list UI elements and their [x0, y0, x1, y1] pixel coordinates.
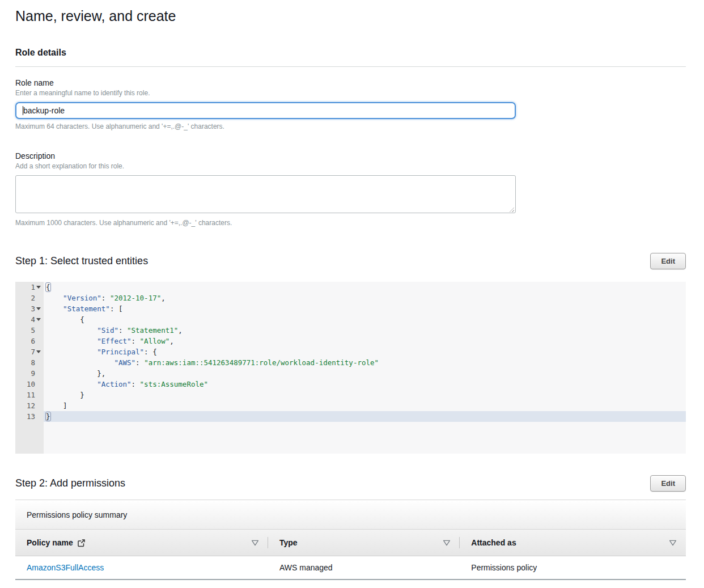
fold-toggle[interactable] — [35, 318, 42, 321]
step2-heading: Step 2: Add permissions — [15, 477, 125, 489]
json-punctuation: } — [46, 391, 84, 399]
step1-heading: Step 1: Select trusted entities — [15, 255, 148, 267]
table-cell: AWS managed — [268, 563, 460, 572]
editor-line[interactable]: 12 ] — [15, 400, 686, 411]
column-header-attached-as[interactable]: Attached as — [460, 530, 686, 556]
editor-line[interactable]: 6 "Effect": "Allow", — [15, 336, 686, 346]
editor-code-line: ] — [44, 400, 686, 411]
column-header-label-group: Attached as — [471, 538, 516, 547]
editor-code-line: { — [44, 314, 686, 325]
filter-dropdown-icon[interactable] — [669, 540, 677, 546]
table-row: AmazonS3FullAccessAWS managedPermissions… — [15, 556, 686, 580]
json-punctuation: }, — [46, 369, 105, 378]
column-header-label: Attached as — [471, 538, 516, 547]
fold-toggle[interactable] — [35, 307, 42, 310]
fold-toggle[interactable] — [35, 350, 42, 353]
line-number: 7 — [31, 346, 35, 357]
editor-code-line: }, — [44, 368, 686, 379]
json-punctuation: : — [101, 294, 110, 302]
editor-code-line: "Version": "2012-10-17", — [44, 293, 686, 303]
editor-gutter-cell: 13 — [15, 411, 44, 422]
editor-code-line: "Statement": [ — [44, 303, 686, 314]
json-punctuation: : { — [144, 348, 157, 356]
editor-line[interactable]: 9 }, — [15, 368, 686, 379]
json-punctuation: ] — [46, 401, 67, 410]
policy-table-body: AmazonS3FullAccessAWS managedPermissions… — [15, 556, 686, 580]
editor-filler — [15, 422, 686, 454]
editor-gutter-cell: 10 — [15, 379, 44, 390]
json-key: "AWS" — [114, 358, 135, 367]
editor-line[interactable]: 7 "Principal": { — [15, 346, 686, 357]
editor-code-line: "Principal": { — [44, 346, 686, 357]
description-textarea[interactable] — [15, 175, 516, 213]
description-constraint: Maximum 1000 characters. Use alphanumeri… — [15, 219, 686, 227]
table-cell: Permissions policy — [460, 563, 686, 572]
editor-line[interactable]: 1{ — [15, 282, 686, 293]
filter-dropdown-icon[interactable] — [251, 540, 259, 546]
policy-name-link[interactable]: AmazonS3FullAccess — [27, 563, 104, 572]
editor-line[interactable]: 4 { — [15, 314, 686, 325]
editor-gutter-filler — [15, 422, 44, 454]
step1-edit-button[interactable]: Edit — [650, 253, 686, 269]
column-header-type[interactable]: Type — [268, 530, 460, 556]
json-punctuation: : — [132, 337, 140, 345]
filter-dropdown-icon[interactable] — [443, 540, 451, 546]
editor-line[interactable]: 3 "Statement": [ — [15, 303, 686, 314]
json-value: "sts:AssumeRole" — [140, 380, 208, 388]
json-key: "Version" — [63, 294, 101, 302]
editor-code-line: "AWS": "arn:aws:iam::541263489771:role/w… — [44, 357, 686, 368]
description-textarea-wrap — [15, 175, 516, 215]
column-header-label-group: Type — [279, 538, 298, 547]
json-key: "Statement" — [63, 304, 110, 313]
editor-line[interactable]: 13} — [15, 411, 686, 422]
json-key: "Effect" — [97, 337, 131, 345]
json-punctuation: : — [135, 358, 144, 367]
json-punctuation: : — [118, 326, 127, 335]
line-number: 3 — [31, 303, 35, 314]
json-key: "Principal" — [97, 348, 144, 356]
editor-code-line: "Sid": "Statement1", — [44, 325, 686, 336]
text-caret — [23, 106, 23, 115]
column-header-label: Policy name — [27, 538, 73, 547]
json-value: "Statement1" — [127, 326, 178, 335]
json-punctuation — [46, 380, 97, 388]
fold-arrow-icon — [36, 318, 41, 321]
column-header-policy-name[interactable]: Policy name — [15, 530, 268, 556]
line-number: 8 — [31, 357, 35, 368]
permissions-summary-header: Permissions policy summary — [15, 500, 686, 530]
fold-arrow-icon — [36, 350, 41, 353]
role-details-heading: Role details — [15, 48, 686, 58]
json-punctuation: : — [132, 380, 140, 388]
editor-gutter-cell: 12 — [15, 400, 44, 411]
editor-code-line: } — [44, 411, 686, 422]
fold-arrow-icon — [36, 307, 41, 310]
policy-table-header: Policy nameTypeAttached as — [15, 530, 686, 556]
line-number: 12 — [27, 400, 35, 411]
editor-line[interactable]: 11 } — [15, 390, 686, 400]
role-name-constraint: Maximum 64 characters. Use alphanumeric … — [15, 122, 686, 130]
editor-gutter-cell: 3 — [15, 303, 44, 314]
role-name-input-wrap — [15, 102, 516, 119]
fold-toggle[interactable] — [35, 286, 42, 289]
section-divider — [15, 66, 686, 67]
trust-policy-json-editor[interactable]: 1{2 "Version": "2012-10-17",3 "Statement… — [15, 282, 686, 454]
step2-edit-button[interactable]: Edit — [650, 475, 686, 492]
description-field: Description Add a short explanation for … — [15, 151, 686, 227]
editor-line[interactable]: 10 "Action": "sts:AssumeRole" — [15, 379, 686, 390]
role-name-field: Role name Enter a meaningful name to ide… — [15, 78, 686, 130]
json-key: "Sid" — [97, 326, 118, 335]
editor-code-line: "Action": "sts:AssumeRole" — [44, 379, 686, 390]
editor-gutter-cell: 7 — [15, 346, 44, 357]
json-punctuation — [46, 304, 63, 313]
editor-gutter-cell: 5 — [15, 325, 44, 336]
permissions-panel: Permissions policy summary Policy nameTy… — [15, 500, 686, 580]
editor-gutter-cell: 11 — [15, 390, 44, 400]
role-name-input[interactable] — [15, 102, 516, 119]
editor-code-line: } — [44, 390, 686, 400]
editor-gutter-cell: 2 — [15, 293, 44, 303]
editor-line[interactable]: 2 "Version": "2012-10-17", — [15, 293, 686, 303]
editor-line[interactable]: 8 "AWS": "arn:aws:iam::541263489771:role… — [15, 357, 686, 368]
description-help: Add a short explanation for this role. — [15, 162, 686, 171]
editor-gutter-cell: 9 — [15, 368, 44, 379]
editor-line[interactable]: 5 "Sid": "Statement1", — [15, 325, 686, 336]
